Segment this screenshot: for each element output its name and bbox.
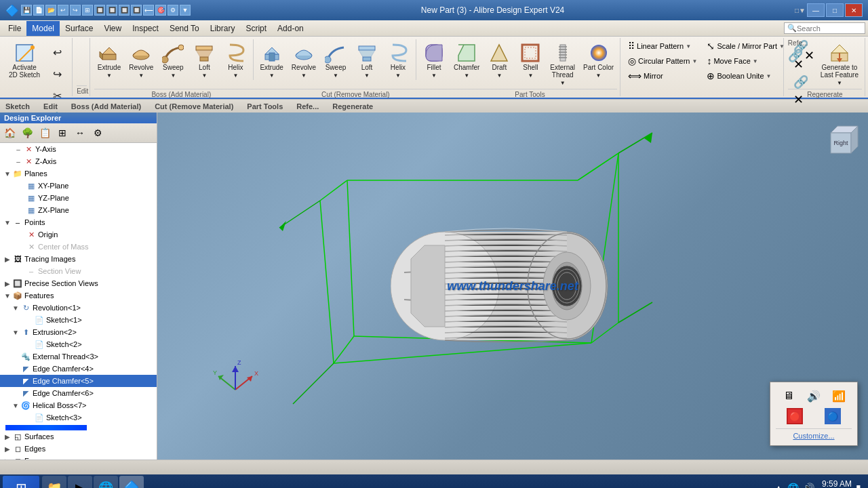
- undo-btn[interactable]: ↩: [45, 42, 69, 62]
- menu-addon[interactable]: Add-on: [272, 21, 309, 36]
- maximize-button[interactable]: □: [826, 3, 844, 17]
- menu-sendto[interactable]: Send To: [164, 21, 205, 36]
- menu-model[interactable]: Model: [26, 21, 60, 36]
- tree-chamfer6[interactable]: ◤ Edge Chamfer<6>: [0, 387, 157, 399]
- qa-6[interactable]: ⟵: [143, 5, 154, 16]
- circular-pattern-button[interactable]: ◎ Circular Pattern ▼: [625, 54, 701, 68]
- menu-script[interactable]: Script: [240, 21, 272, 36]
- start-button[interactable]: ⊞: [3, 476, 39, 488]
- search-input[interactable]: [797, 24, 862, 33]
- close-button[interactable]: ✕: [845, 3, 863, 17]
- tree-origin[interactable]: ✕ Origin: [0, 228, 157, 241]
- boolean-unite-button[interactable]: ⊕ Boolean Unite ▼: [703, 69, 788, 83]
- qa-5[interactable]: 🔲: [131, 5, 142, 16]
- tray-app-2[interactable]: 🔵: [825, 408, 841, 424]
- draft-button[interactable]: Draft▼: [484, 39, 514, 81]
- tree-sketch2[interactable]: 📄 Sketch<2>: [0, 338, 157, 350]
- tree-section-view[interactable]: – Section View: [0, 265, 157, 277]
- customize-button[interactable]: Customize...: [776, 428, 852, 440]
- extrude-cut-button[interactable]: Extrude▼: [256, 39, 286, 81]
- taskbar-media[interactable]: ▶: [68, 476, 92, 488]
- scale-mirror-button[interactable]: ⤡ Scale / Mirror Part ▼: [703, 39, 788, 53]
- qa-4[interactable]: 🔲: [119, 5, 130, 16]
- qa-open[interactable]: 📂: [45, 5, 56, 16]
- qa-redo[interactable]: ↪: [70, 5, 81, 16]
- chamfer-button[interactable]: Chamfer▼: [450, 39, 483, 81]
- helix-boss-button[interactable]: Helix▼: [220, 39, 250, 81]
- menu-file[interactable]: File: [3, 21, 26, 36]
- left-tool-settings[interactable]: ⚙: [90, 125, 106, 141]
- external-thread-button[interactable]: ExternalThread▼: [547, 39, 578, 89]
- menu-library[interactable]: Library: [205, 21, 241, 36]
- tree-sketch3[interactable]: 📄 Sketch<3>: [0, 411, 157, 424]
- tree-planes[interactable]: ▼ 📁 Planes: [0, 167, 157, 180]
- window-type-dropdown[interactable]: □▼: [795, 7, 806, 14]
- tree-edges[interactable]: ▶ ◻ Edges: [0, 443, 157, 455]
- tree-helical7[interactable]: ▼ 🌀 Helical Boss<7>: [0, 399, 157, 411]
- qa-undo[interactable]: ↩: [58, 5, 68, 16]
- tree-surfaces[interactable]: ▶ ◱ Surfaces: [0, 430, 157, 443]
- qa-1[interactable]: ⊞: [82, 5, 93, 16]
- tree-xy-plane[interactable]: ▦ XY-Plane: [0, 180, 157, 192]
- menu-view[interactable]: View: [98, 21, 127, 36]
- part-color-button[interactable]: Part Color▼: [580, 39, 617, 81]
- tree-tracing-images[interactable]: ▶ 🖼 Tracing Images: [0, 253, 157, 265]
- tree-revolution1[interactable]: ▼ ↻ Revolution<1>: [0, 302, 157, 314]
- helix-cut-button[interactable]: Helix▼: [383, 39, 413, 81]
- qa-8[interactable]: ⚙: [167, 5, 178, 16]
- tree-extrusion2[interactable]: ▼ ⬆ Extrusion<2>: [0, 326, 157, 338]
- linear-pattern-button[interactable]: ⠿ Linear Pattern ▼: [625, 39, 701, 53]
- qa-save[interactable]: 💾: [21, 5, 32, 16]
- tree-y-axis[interactable]: – ✕ Y-Axis: [0, 143, 157, 155]
- show-desktop-btn[interactable]: ▮: [856, 483, 861, 488]
- redo-btn[interactable]: ↪: [45, 64, 69, 84]
- left-tool-home[interactable]: 🏠: [1, 125, 18, 141]
- taskbar-browser[interactable]: 🌐: [94, 476, 118, 488]
- tree-chamfer4[interactable]: ◤ Edge Chamfer<4>: [0, 363, 157, 375]
- left-tool-tree[interactable]: 🌳: [19, 125, 35, 141]
- extrude-button[interactable]: Extrude▼: [94, 39, 124, 81]
- tree-extthread3[interactable]: 🔩 External Thread<3>: [0, 350, 157, 363]
- left-tool-table[interactable]: ⊞: [54, 125, 71, 141]
- tree-yz-plane[interactable]: ▦ YZ-Plane: [0, 192, 157, 204]
- tree-faces[interactable]: ▶ ◼ Faces: [0, 455, 157, 460]
- activate-2d-sketch-button[interactable]: Activate2D Sketch: [5, 39, 43, 81]
- shell-button[interactable]: Shell▼: [515, 39, 545, 81]
- tray-show-btn[interactable]: ▲: [774, 483, 783, 488]
- qa-2[interactable]: 🔲: [94, 5, 105, 16]
- refe-icon-2[interactable]: ✕: [804, 48, 814, 63]
- qa-new[interactable]: 📄: [33, 5, 44, 16]
- tree-precise-views[interactable]: ▶ 🔲 Precise Section Views: [0, 277, 157, 289]
- tree-container[interactable]: – ✕ Y-Axis – ✕ Z-Axis ▼ 📁 Planes ▦ XY-Pl…: [0, 143, 157, 460]
- fillet-button[interactable]: Fillet▼: [419, 39, 449, 81]
- qa-7[interactable]: 🎯: [155, 5, 166, 16]
- tree-sketch1[interactable]: 📄 Sketch<1>: [0, 314, 157, 326]
- tree-z-axis[interactable]: – ✕ Z-Axis: [0, 155, 157, 167]
- menu-inspect[interactable]: Inspect: [127, 21, 164, 36]
- mirror-button[interactable]: ⟺ Mirror: [625, 69, 701, 83]
- viewport[interactable]: www.thundershare.net Right X Y Z: [157, 113, 868, 460]
- refe-icon-1[interactable]: 🔗: [788, 48, 803, 63]
- search-box[interactable]: 🔍: [784, 22, 865, 34]
- sweep-cut-button[interactable]: Sweep▼: [321, 39, 351, 81]
- loft-cut-button[interactable]: Loft▼: [352, 39, 382, 81]
- generate-last-feature-button[interactable]: Generate toLast Feature▼: [817, 39, 862, 89]
- minimize-button[interactable]: —: [807, 3, 825, 17]
- left-tool-arrows[interactable]: ↔: [72, 125, 88, 141]
- tree-zx-plane[interactable]: ▦ ZX-Plane: [0, 204, 157, 216]
- tray-app-1[interactable]: 🔴: [787, 408, 803, 424]
- sweep-boss-button[interactable]: Sweep▼: [158, 39, 188, 81]
- qa-dropdown[interactable]: ▼: [180, 5, 191, 16]
- tree-center-mass[interactable]: ✕ Center of Mass: [0, 241, 157, 253]
- loft-button[interactable]: Loft▼: [189, 39, 219, 81]
- move-face-button[interactable]: ↕ Move Face ▼: [703, 54, 788, 68]
- cube-indicator[interactable]: Right: [821, 119, 861, 160]
- taskbar-explorer[interactable]: 📁: [42, 476, 66, 488]
- qa-3[interactable]: 🔲: [106, 5, 117, 16]
- left-tool-list[interactable]: 📋: [37, 125, 53, 141]
- tree-chamfer5[interactable]: ◤ Edge Chamfer<5>: [0, 375, 157, 387]
- revolve-cut-button[interactable]: Revolve▼: [288, 39, 319, 81]
- menu-surface[interactable]: Surface: [60, 21, 98, 36]
- revolve-button[interactable]: Revolve▼: [125, 39, 157, 81]
- tree-points[interactable]: ▼ – Points: [0, 216, 157, 228]
